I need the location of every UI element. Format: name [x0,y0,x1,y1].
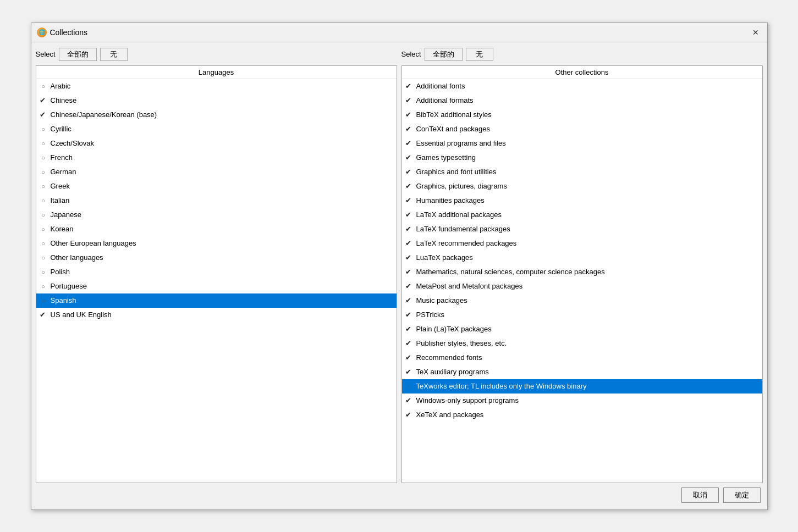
collection-label-latex-fundamental: LaTeX fundamental packages [416,225,759,233]
check-icon: ✔ [405,411,413,419]
collection-label-essential-programs: Essential programs and files [416,139,759,147]
languages-header: Languages [36,66,397,79]
circle-icon: ○ [40,297,47,304]
collection-item-latex-recommended[interactable]: ✔LaTeX recommended packages [402,236,762,251]
check-icon: ✔ [405,125,413,133]
collection-label-humanities: Humanities packages [416,196,759,204]
circle-icon: ○ [40,240,47,247]
collection-item-additional-formats[interactable]: ✔Additional formats [402,93,762,108]
language-item-cjk[interactable]: ✔Chinese/Japanese/Korean (base) [36,108,397,122]
check-icon: ✔ [405,368,413,376]
language-item-other-languages[interactable]: ○Other languages [36,251,397,265]
check-icon: ✔ [405,353,413,362]
language-item-us-uk-english[interactable]: ✔US and UK English [36,308,397,322]
check-icon: ✔ [405,339,413,347]
collection-item-humanities[interactable]: ✔Humanities packages [402,193,762,208]
language-label-japanese: Japanese [51,210,393,219]
check-icon: ✔ [405,396,413,404]
language-item-italian[interactable]: ○Italian [36,193,397,208]
left-all-button[interactable]: 全部的 [59,48,97,61]
check-icon: ✔ [405,82,413,90]
circle-icon: ○ [40,126,47,132]
collection-label-texworks: TeXworks editor; TL includes only the Wi… [416,382,759,390]
check-icon: ✔ [405,210,413,219]
language-item-arabic[interactable]: ○Arabic [36,79,397,93]
language-item-polish[interactable]: ○Polish [36,265,397,279]
check-icon: ✔ [40,311,47,319]
collection-item-context[interactable]: ✔ConTeXt and packages [402,122,762,136]
language-label-other-european: Other European languages [51,239,393,247]
collection-item-graphics-font[interactable]: ✔Graphics and font utilities [402,165,762,179]
collection-label-metapost: MetaPost and Metafont packages [416,282,759,290]
language-label-french: French [51,153,393,162]
left-none-button[interactable]: 无 [100,48,128,61]
collection-label-graphics-pictures: Graphics, pictures, diagrams [416,182,759,190]
check-icon: ✔ [405,196,413,204]
language-label-spanish: Spanish [51,296,393,304]
check-icon: ✔ [405,268,413,276]
collection-item-pstricks[interactable]: ✔PSTricks [402,308,762,322]
circle-icon: ○ [40,212,47,218]
right-none-button[interactable]: 无 [466,48,493,61]
collection-item-additional-fonts[interactable]: ✔Additional fonts [402,79,762,93]
language-item-other-european[interactable]: ○Other European languages [36,236,397,251]
collection-label-latex-additional: LaTeX additional packages [416,210,759,219]
collection-item-xetex[interactable]: ✔XeTeX and packages [402,408,762,422]
close-button[interactable]: ✕ [750,26,762,38]
title-bar-left: 🌐 Collections [37,27,87,37]
right-all-button[interactable]: 全部的 [425,48,463,61]
check-icon: ✔ [40,110,47,119]
check-icon: ✔ [405,225,413,233]
circle-icon: ○ [40,169,47,175]
circle-icon: ○ [40,183,47,190]
check-icon: ✔ [405,110,413,119]
right-select-label: Select [401,50,421,58]
collection-item-publisher[interactable]: ✔Publisher styles, theses, etc. [402,336,762,351]
check-icon: ✔ [405,325,413,333]
collection-item-tex-auxiliary[interactable]: ✔TeX auxiliary programs [402,365,762,379]
languages-list[interactable]: Languages ○Arabic✔Chinese✔Chinese/Japane… [36,65,397,483]
check-icon: ✔ [405,253,413,262]
cancel-button[interactable]: 取消 [681,487,719,503]
collection-item-mathematics[interactable]: ✔Mathematics, natural sciences, computer… [402,265,762,279]
collection-item-luatex[interactable]: ✔LuaTeX packages [402,251,762,265]
language-item-french[interactable]: ○French [36,151,397,165]
collection-item-plain-latex[interactable]: ✔Plain (La)TeX packages [402,322,762,336]
collection-item-games[interactable]: ✔Games typesetting [402,151,762,165]
window-title: Collections [50,28,87,37]
language-item-czech-slovak[interactable]: ○Czech/Slovak [36,136,397,151]
collection-label-plain-latex: Plain (La)TeX packages [416,325,759,333]
collection-item-graphics-pictures[interactable]: ✔Graphics, pictures, diagrams [402,179,762,193]
language-item-chinese[interactable]: ✔Chinese [36,93,397,108]
language-item-japanese[interactable]: ○Japanese [36,208,397,222]
language-item-spanish[interactable]: ○Spanish [36,293,397,308]
collection-item-music[interactable]: ✔Music packages [402,293,762,308]
collection-item-latex-fundamental[interactable]: ✔LaTeX fundamental packages [402,222,762,236]
check-icon: ✔ [405,296,413,304]
language-label-german: German [51,168,393,176]
language-item-german[interactable]: ○German [36,165,397,179]
collection-item-latex-additional[interactable]: ✔LaTeX additional packages [402,208,762,222]
ok-button[interactable]: 确定 [723,487,761,503]
language-label-cyrillic: Cyrillic [51,125,393,133]
collection-label-pstricks: PSTricks [416,311,759,319]
collection-item-bibtex-styles[interactable]: ✔BibTeX additional styles [402,108,762,122]
collection-item-metapost[interactable]: ✔MetaPost and Metafont packages [402,279,762,293]
language-label-polish: Polish [51,268,393,276]
collection-item-essential-programs[interactable]: ✔Essential programs and files [402,136,762,151]
language-item-portuguese[interactable]: ○Portuguese [36,279,397,293]
language-item-cyrillic[interactable]: ○Cyrillic [36,122,397,136]
left-panel: Select 全部的 无 Languages ○Arabic✔Chinese✔C… [36,47,397,483]
panels-container: Select 全部的 无 Languages ○Arabic✔Chinese✔C… [36,47,763,483]
language-item-korean[interactable]: ○Korean [36,222,397,236]
language-label-chinese: Chinese [51,96,393,104]
language-label-greek: Greek [51,182,393,190]
left-toolbar: Select 全部的 无 [36,47,397,63]
collection-item-texworks[interactable]: ○TeXworks editor; TL includes only the W… [402,379,762,394]
collection-item-recommended-fonts[interactable]: ✔Recommended fonts [402,351,762,365]
other-collections-list[interactable]: Other collections ✔Additional fonts✔Addi… [401,65,763,483]
language-label-korean: Korean [51,225,393,233]
other-collections-header: Other collections [402,66,762,79]
language-item-greek[interactable]: ○Greek [36,179,397,193]
collection-item-windows-support[interactable]: ✔Windows-only support programs [402,394,762,408]
